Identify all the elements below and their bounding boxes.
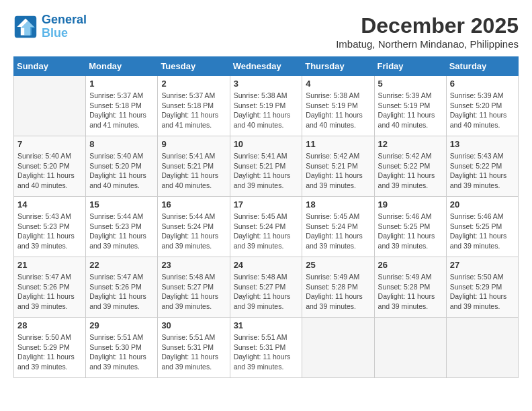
- calendar-week-row: 21Sunrise: 5:47 AMSunset: 5:26 PMDayligh…: [14, 257, 519, 318]
- day-info: Sunrise: 5:51 AMSunset: 5:31 PMDaylight:…: [161, 332, 226, 372]
- day-info: Sunrise: 5:43 AMSunset: 5:23 PMDaylight:…: [17, 212, 82, 251]
- calendar-cell: 7Sunrise: 5:40 AMSunset: 5:20 PMDaylight…: [14, 136, 86, 197]
- header-saturday: Saturday: [446, 57, 518, 76]
- day-number: 29: [89, 320, 154, 330]
- logo-line2: Blue: [42, 26, 68, 40]
- day-info: Sunrise: 5:50 AMSunset: 5:29 PMDaylight:…: [17, 332, 82, 372]
- calendar-cell: 14Sunrise: 5:43 AMSunset: 5:23 PMDayligh…: [14, 197, 86, 257]
- logo-line1: General: [42, 13, 87, 26]
- day-number: 3: [234, 79, 299, 89]
- calendar-cell: [374, 318, 446, 378]
- calendar-cell: 15Sunrise: 5:44 AMSunset: 5:23 PMDayligh…: [86, 197, 158, 257]
- day-info: Sunrise: 5:48 AMSunset: 5:27 PMDaylight:…: [161, 272, 226, 312]
- header-monday: Monday: [86, 57, 158, 76]
- calendar-cell: 24Sunrise: 5:48 AMSunset: 5:27 PMDayligh…: [230, 257, 302, 318]
- calendar-cell: 19Sunrise: 5:46 AMSunset: 5:25 PMDayligh…: [374, 197, 446, 257]
- day-number: 7: [17, 139, 82, 149]
- day-info: Sunrise: 5:51 AMSunset: 5:31 PMDaylight:…: [234, 332, 299, 372]
- calendar-cell: 22Sunrise: 5:47 AMSunset: 5:26 PMDayligh…: [86, 257, 158, 318]
- day-info: Sunrise: 5:46 AMSunset: 5:25 PMDaylight:…: [450, 212, 515, 251]
- day-info: Sunrise: 5:39 AMSunset: 5:20 PMDaylight:…: [450, 91, 515, 130]
- header: General Blue December 2025 Imbatug, Nort…: [13, 13, 519, 50]
- calendar-cell: 4Sunrise: 5:38 AMSunset: 5:19 PMDaylight…: [302, 76, 374, 136]
- header-sunday: Sunday: [14, 57, 86, 76]
- day-info: Sunrise: 5:45 AMSunset: 5:24 PMDaylight:…: [306, 212, 370, 251]
- day-number: 28: [17, 320, 82, 330]
- calendar-cell: 3Sunrise: 5:38 AMSunset: 5:19 PMDaylight…: [230, 76, 302, 136]
- header-friday: Friday: [374, 57, 446, 76]
- day-number: 14: [17, 199, 82, 210]
- day-info: Sunrise: 5:44 AMSunset: 5:23 PMDaylight:…: [89, 212, 154, 251]
- calendar-cell: 2Sunrise: 5:37 AMSunset: 5:18 PMDaylight…: [158, 76, 230, 136]
- calendar-cell: 1Sunrise: 5:37 AMSunset: 5:18 PMDaylight…: [86, 76, 158, 136]
- day-info: Sunrise: 5:50 AMSunset: 5:29 PMDaylight:…: [450, 272, 515, 312]
- title-area: December 2025 Imbatug, Northern Mindanao…: [336, 13, 519, 50]
- day-info: Sunrise: 5:38 AMSunset: 5:19 PMDaylight:…: [234, 91, 299, 130]
- day-info: Sunrise: 5:37 AMSunset: 5:18 PMDaylight:…: [89, 91, 154, 130]
- day-info: Sunrise: 5:42 AMSunset: 5:22 PMDaylight:…: [378, 151, 443, 191]
- calendar-cell: 23Sunrise: 5:48 AMSunset: 5:27 PMDayligh…: [158, 257, 230, 318]
- day-info: Sunrise: 5:45 AMSunset: 5:24 PMDaylight:…: [234, 212, 299, 251]
- day-info: Sunrise: 5:42 AMSunset: 5:21 PMDaylight:…: [306, 151, 370, 191]
- day-info: Sunrise: 5:47 AMSunset: 5:26 PMDaylight:…: [89, 272, 154, 312]
- day-info: Sunrise: 5:40 AMSunset: 5:20 PMDaylight:…: [17, 151, 82, 191]
- day-number: 1: [89, 79, 154, 89]
- logo-text: General Blue: [42, 13, 87, 40]
- calendar-cell: 8Sunrise: 5:40 AMSunset: 5:20 PMDaylight…: [86, 136, 158, 197]
- calendar-cell: 29Sunrise: 5:51 AMSunset: 5:30 PMDayligh…: [86, 318, 158, 378]
- day-number: 26: [378, 260, 443, 270]
- month-title: December 2025: [336, 13, 519, 38]
- calendar-cell: 25Sunrise: 5:49 AMSunset: 5:28 PMDayligh…: [302, 257, 374, 318]
- day-number: 17: [234, 199, 299, 210]
- day-number: 18: [306, 199, 370, 210]
- calendar-cell: [302, 318, 374, 378]
- calendar-cell: 9Sunrise: 5:41 AMSunset: 5:21 PMDaylight…: [158, 136, 230, 197]
- header-wednesday: Wednesday: [230, 57, 302, 76]
- day-info: Sunrise: 5:49 AMSunset: 5:28 PMDaylight:…: [306, 272, 370, 312]
- day-number: 2: [161, 79, 226, 89]
- calendar-week-row: 14Sunrise: 5:43 AMSunset: 5:23 PMDayligh…: [14, 197, 519, 257]
- day-number: 5: [378, 79, 443, 89]
- day-info: Sunrise: 5:44 AMSunset: 5:24 PMDaylight:…: [161, 212, 226, 251]
- calendar-cell: 28Sunrise: 5:50 AMSunset: 5:29 PMDayligh…: [14, 318, 86, 378]
- day-number: 11: [306, 139, 370, 149]
- day-info: Sunrise: 5:41 AMSunset: 5:21 PMDaylight:…: [161, 151, 226, 191]
- day-number: 22: [89, 260, 154, 270]
- header-thursday: Thursday: [302, 57, 374, 76]
- day-info: Sunrise: 5:49 AMSunset: 5:28 PMDaylight:…: [378, 272, 443, 312]
- calendar-cell: [446, 318, 518, 378]
- calendar-header-row: SundayMondayTuesdayWednesdayThursdayFrid…: [14, 57, 519, 76]
- day-info: Sunrise: 5:38 AMSunset: 5:19 PMDaylight:…: [306, 91, 370, 130]
- day-info: Sunrise: 5:40 AMSunset: 5:20 PMDaylight:…: [89, 151, 154, 191]
- header-tuesday: Tuesday: [158, 57, 230, 76]
- calendar-cell: 30Sunrise: 5:51 AMSunset: 5:31 PMDayligh…: [158, 318, 230, 378]
- location-title: Imbatug, Northern Mindanao, Philippines: [336, 38, 519, 50]
- day-number: 20: [450, 199, 515, 210]
- calendar-table: SundayMondayTuesdayWednesdayThursdayFrid…: [13, 56, 519, 378]
- day-number: 9: [161, 139, 226, 149]
- day-number: 21: [17, 260, 82, 270]
- day-info: Sunrise: 5:46 AMSunset: 5:25 PMDaylight:…: [378, 212, 443, 251]
- calendar-cell: 13Sunrise: 5:43 AMSunset: 5:22 PMDayligh…: [446, 136, 518, 197]
- calendar-week-row: 28Sunrise: 5:50 AMSunset: 5:29 PMDayligh…: [14, 318, 519, 378]
- day-info: Sunrise: 5:48 AMSunset: 5:27 PMDaylight:…: [234, 272, 299, 312]
- day-number: 24: [234, 260, 299, 270]
- calendar-cell: 12Sunrise: 5:42 AMSunset: 5:22 PMDayligh…: [374, 136, 446, 197]
- calendar-cell: 10Sunrise: 5:41 AMSunset: 5:21 PMDayligh…: [230, 136, 302, 197]
- day-number: 23: [161, 260, 226, 270]
- day-number: 15: [89, 199, 154, 210]
- logo: General Blue: [13, 13, 87, 40]
- day-info: Sunrise: 5:47 AMSunset: 5:26 PMDaylight:…: [17, 272, 82, 312]
- calendar-cell: 11Sunrise: 5:42 AMSunset: 5:21 PMDayligh…: [302, 136, 374, 197]
- day-info: Sunrise: 5:37 AMSunset: 5:18 PMDaylight:…: [161, 91, 226, 130]
- day-number: 19: [378, 199, 443, 210]
- day-number: 31: [234, 320, 299, 330]
- calendar-cell: 31Sunrise: 5:51 AMSunset: 5:31 PMDayligh…: [230, 318, 302, 378]
- day-info: Sunrise: 5:41 AMSunset: 5:21 PMDaylight:…: [234, 151, 299, 191]
- day-info: Sunrise: 5:51 AMSunset: 5:30 PMDaylight:…: [89, 332, 154, 372]
- day-number: 27: [450, 260, 515, 270]
- calendar-cell: 18Sunrise: 5:45 AMSunset: 5:24 PMDayligh…: [302, 197, 374, 257]
- calendar-week-row: 1Sunrise: 5:37 AMSunset: 5:18 PMDaylight…: [14, 76, 519, 136]
- day-info: Sunrise: 5:43 AMSunset: 5:22 PMDaylight:…: [450, 151, 515, 191]
- day-number: 12: [378, 139, 443, 149]
